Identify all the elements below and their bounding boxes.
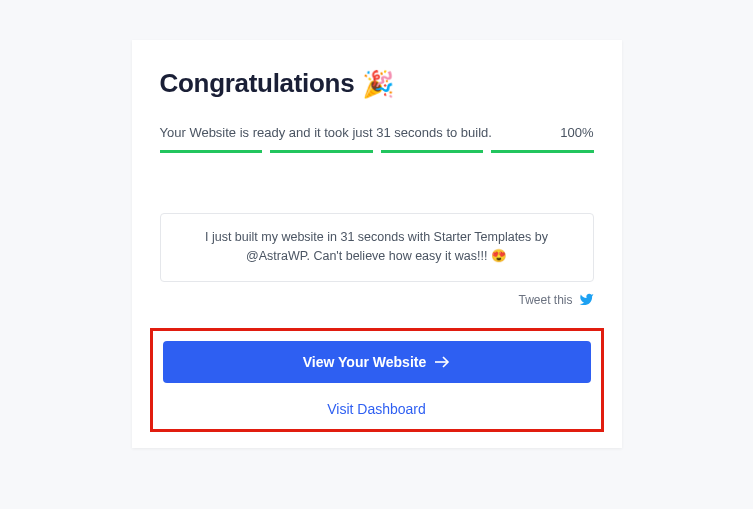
progress-segment <box>381 150 484 153</box>
party-popper-icon: 🎉 <box>362 71 394 97</box>
tweet-this-link[interactable]: Tweet this <box>518 292 593 307</box>
twitter-icon <box>579 292 594 307</box>
progress-segment <box>491 150 594 153</box>
title-row: Congratulations 🎉 <box>160 68 594 99</box>
progress-bar <box>160 150 594 153</box>
view-website-button[interactable]: View Your Website <box>163 341 591 383</box>
status-row: Your Website is ready and it took just 3… <box>160 125 594 140</box>
heart-eyes-icon: 😍 <box>491 247 507 266</box>
progress-segment <box>270 150 373 153</box>
congrats-card: Congratulations 🎉 Your Website is ready … <box>132 40 622 448</box>
arrow-right-icon <box>434 356 450 368</box>
action-highlight-box: View Your Website Visit Dashboard <box>150 328 604 432</box>
progress-percent: 100% <box>560 125 593 140</box>
visit-dashboard-link[interactable]: Visit Dashboard <box>163 397 591 419</box>
status-text: Your Website is ready and it took just 3… <box>160 125 492 140</box>
tweet-link-row: Tweet this <box>160 290 594 308</box>
primary-button-label: View Your Website <box>303 354 426 370</box>
progress-segment <box>160 150 263 153</box>
tweet-message-box: I just built my website in 31 seconds wi… <box>160 213 594 282</box>
page-title: Congratulations <box>160 68 355 99</box>
tweet-link-label: Tweet this <box>518 293 572 307</box>
